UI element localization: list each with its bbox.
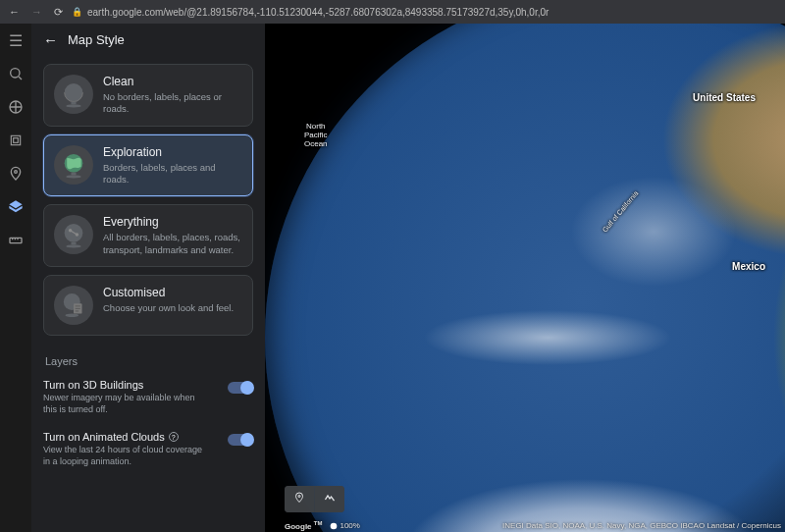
back-button[interactable]: ← [6, 6, 23, 18]
svg-point-4 [15, 171, 18, 174]
style-desc: Borders, labels, places and roads. [103, 162, 242, 186]
layers-icon[interactable] [7, 198, 25, 216]
help-icon[interactable]: ? [169, 432, 179, 442]
menu-icon[interactable]: ☰ [7, 31, 25, 49]
panel-title: Map Style [68, 32, 125, 47]
label-united-states: United States [693, 92, 756, 103]
svg-point-0 [11, 69, 20, 78]
voyager-icon[interactable] [7, 98, 25, 116]
map-style-panel: ← Map Style Clean No borders, labels, pl… [31, 24, 265, 532]
ruler-icon[interactable] [7, 232, 25, 249]
label-pacific: North Pacific Ocean [304, 122, 328, 148]
browser-bar: ← → ⟳ 🔒 earth.google.com/web/@21.8915678… [0, 0, 785, 24]
bottom-toolbar [285, 486, 344, 512]
layer-title: Turn on Animated Clouds [43, 431, 165, 443]
layer-desc: Newer imagery may be available when this… [43, 393, 210, 415]
layer-row-3d-buildings: Turn on 3D Buildings Newer imagery may b… [31, 371, 265, 423]
svg-point-19 [66, 314, 79, 317]
svg-point-8 [66, 104, 80, 107]
attribution-text: INEGI Data SIO, NOAA, U.S. Navy, NGA, GE… [502, 521, 781, 530]
style-desc: No borders, labels, places or roads. [103, 91, 242, 116]
globe-customised-icon [54, 286, 93, 325]
layer-title: Turn on 3D Buildings [43, 379, 143, 391]
google-logo: Google TM [285, 520, 322, 531]
style-title: Exploration [103, 145, 242, 159]
style-desc: All borders, labels, places, roads, tran… [103, 232, 242, 256]
globe-everything-icon [54, 215, 93, 254]
panel-back-button[interactable]: ← [43, 31, 58, 48]
svg-rect-3 [14, 138, 19, 143]
projects-icon[interactable] [7, 132, 25, 149]
svg-rect-15 [71, 242, 76, 245]
attribution-bar: Google TM 100% INEGI Data SIO, NOAA, U.S… [285, 520, 781, 531]
svg-rect-10 [71, 172, 76, 175]
url-text[interactable]: earth.google.com/web/@21.89156784,-110.5… [87, 7, 549, 18]
map-canvas[interactable]: United States Mexico North Pacific Ocean… [265, 24, 785, 532]
svg-point-20 [298, 496, 300, 498]
svg-rect-7 [71, 102, 76, 105]
style-card-customised[interactable]: Customised Choose your own look and feel… [43, 275, 253, 336]
style-title: Customised [103, 286, 234, 299]
pegman-button[interactable] [285, 486, 314, 512]
pin-icon[interactable] [7, 165, 25, 183]
layers-label: Layers [31, 344, 265, 371]
globe-clean-icon [54, 75, 93, 114]
label-mexico: Mexico [732, 261, 765, 272]
style-title: Everything [103, 215, 242, 229]
render-percent: 100% [340, 521, 359, 530]
style-card-everything[interactable]: Everything All borders, labels, places, … [43, 204, 253, 267]
toggle-animated-clouds[interactable] [228, 434, 253, 446]
timelapse-button[interactable] [315, 486, 344, 512]
style-desc: Choose your own look and feel. [103, 302, 234, 314]
svg-point-21 [331, 522, 338, 529]
style-card-clean[interactable]: Clean No borders, labels, places or road… [43, 64, 253, 127]
toggle-3d-buildings[interactable] [228, 382, 253, 394]
reload-button[interactable]: ⟳ [51, 6, 66, 19]
left-rail: ☰ [0, 24, 31, 532]
layer-desc: View the last 24 hours of cloud coverage… [43, 445, 210, 467]
globe-exploration-icon [54, 145, 93, 185]
svg-point-16 [66, 245, 80, 248]
forward-button[interactable]: → [28, 6, 45, 18]
lock-icon: 🔒 [72, 7, 82, 17]
style-card-exploration[interactable]: Exploration Borders, labels, places and … [43, 134, 253, 197]
svg-point-11 [66, 175, 80, 178]
svg-rect-2 [11, 135, 20, 144]
layer-row-animated-clouds: Turn on Animated Clouds ? View the last … [31, 423, 265, 475]
search-icon[interactable] [7, 65, 25, 82]
style-title: Clean [103, 75, 242, 88]
